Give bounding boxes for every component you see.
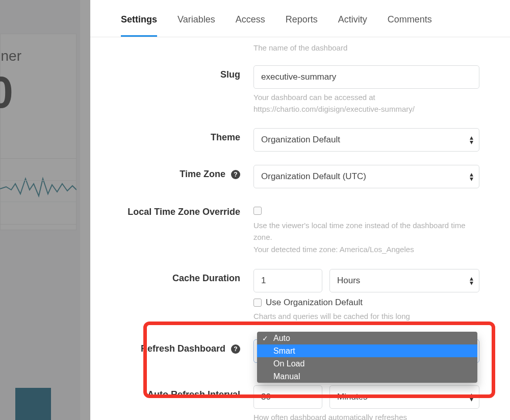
auto-refresh-unit-value: Minutes [337,392,368,402]
refresh-option-smart[interactable]: Smart [257,344,477,357]
timezone-select[interactable]: Organization Default (UTC) [253,165,479,188]
tab-activity[interactable]: Activity [338,14,367,37]
tab-settings[interactable]: Settings [121,14,157,37]
local-tz-help-2: Your detected time zone: America/Los_Ang… [253,244,479,256]
slug-label: Slug [90,65,253,80]
name-field-help: The name of the dashboard [90,43,479,52]
slug-input[interactable] [253,65,479,89]
row-cache-duration: Cache Duration Hours ▴▾ Use Organization… [90,269,479,323]
tab-variables[interactable]: Variables [177,14,215,37]
auto-refresh-unit-select[interactable]: Minutes [329,385,479,409]
modal-backdrop[interactable] [0,0,90,420]
timezone-label-text: Time Zone [180,169,225,179]
row-timezone: Time Zone ? Organization Default (UTC) ▴… [90,165,479,188]
theme-select[interactable]: Organization Default [253,128,479,152]
help-icon[interactable]: ? [231,170,240,179]
auto-refresh-help: How often dashboard automatically refres… [253,412,479,420]
theme-label: Theme [90,128,253,143]
theme-value: Organization Default [261,135,340,145]
tab-comments[interactable]: Comments [388,14,432,37]
refresh-option-auto[interactable]: Auto [257,332,477,344]
auto-refresh-label: Auto Refresh Interval [90,385,253,400]
cache-value-input[interactable] [253,269,322,292]
help-icon[interactable]: ? [231,344,240,354]
cache-label: Cache Duration [90,269,253,284]
auto-refresh-value-input[interactable] [253,385,322,409]
caret-icon: ▴▾ [470,172,473,181]
cache-use-org-default-label: Use Organization Default [266,298,363,308]
row-theme: Theme Organization Default ▴▾ [90,128,479,152]
caret-icon: ▴▾ [470,392,473,402]
cache-use-org-default-checkbox[interactable] [253,299,262,307]
row-auto-refresh: Auto Refresh Interval Minutes ▴▾ How oft… [90,385,479,420]
local-tz-help-1: Use the viewer's local time zone instead… [253,220,479,243]
timezone-value: Organization Default (UTC) [261,171,366,182]
row-slug: Slug Your dashboard can be accessed at h… [90,65,479,115]
cache-unit-value: Hours [337,276,360,286]
local-tz-label: Local Time Zone Override [90,202,253,218]
slug-help: Your dashboard can be accessed at https:… [253,92,479,115]
tab-reports[interactable]: Reports [286,14,318,37]
settings-tabs: Settings Variables Access Reports Activi… [90,0,510,37]
refresh-label: Refresh Dashboard ? [90,339,253,354]
refresh-option-manual[interactable]: Manual [257,370,477,383]
caret-icon: ▴▾ [470,135,473,144]
row-local-tz-override: Local Time Zone Override Use the viewer'… [90,202,479,256]
tab-access[interactable]: Access [236,14,265,37]
caret-icon: ▴▾ [470,276,473,285]
cache-unit-select[interactable]: Hours [329,269,479,292]
refresh-label-text: Refresh Dashboard [141,343,225,354]
cache-help: Charts and queries will be cached for th… [253,311,479,323]
local-tz-checkbox[interactable] [253,207,262,215]
refresh-dropdown-menu: Auto Smart On Load Manual [257,332,477,383]
timezone-label: Time Zone ? [90,165,253,180]
refresh-option-on-load[interactable]: On Load [257,357,477,370]
